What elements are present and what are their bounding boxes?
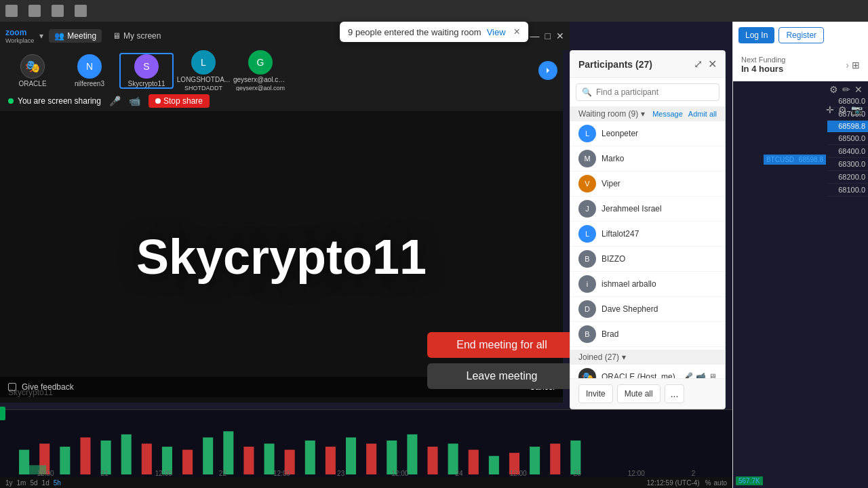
sharing-active-dot	[8, 98, 14, 104]
participant-name: BIZZO	[601, 254, 717, 264]
joined-title: Joined (27) ▾	[578, 352, 626, 362]
participant-search-input[interactable]	[596, 87, 713, 97]
chart-bars	[0, 410, 692, 477]
sharing-bar: You are screen sharing 🎤 📹 Stop share	[0, 91, 563, 111]
skycrypto-name: Skycrypto11	[127, 80, 165, 87]
participant-thumb-geyser[interactable]: G geyserx@aol.com geyserx@aol.com	[233, 50, 288, 92]
x-label: 12:00	[510, 470, 527, 477]
login-button[interactable]: Log In	[738, 27, 774, 43]
screen-share-button[interactable]: 🖥 My screen	[107, 29, 166, 43]
price-level-3: 68500.0	[827, 132, 868, 145]
message-all-button[interactable]: Message	[652, 110, 683, 118]
participants-nav-arrow[interactable]	[538, 61, 557, 80]
mute-all-button[interactable]: Mute all	[617, 384, 660, 403]
system-icon-4	[75, 5, 87, 17]
invite-button[interactable]: Invite	[578, 384, 613, 403]
timeframe-1m[interactable]: 1m	[17, 479, 26, 487]
zoom-logo-text: zoom	[5, 28, 34, 37]
timeframe-buttons: 1y 1m 5d 1d 5h	[5, 479, 61, 487]
leave-meeting-button[interactable]: Leave meeting	[427, 363, 576, 389]
register-button[interactable]: Register	[778, 27, 824, 43]
participant-thumb-skycrypto[interactable]: S Skycrypto11	[119, 53, 174, 89]
x-label: 23	[337, 470, 344, 477]
participant-avatar: J	[578, 200, 596, 218]
mic-button[interactable]: 🎤	[109, 96, 121, 106]
candle-bar	[346, 437, 356, 474]
participant-name: Jerahmeel Israel	[601, 204, 717, 214]
end-meeting-button[interactable]: End meeting for all	[427, 332, 576, 358]
presenter-name: Skycrypto11	[136, 229, 427, 285]
participant-thumb-nilfereen[interactable]: N nilfereen3	[62, 54, 117, 87]
candle-bar	[223, 431, 233, 474]
list-item: D Dave Shepherd	[570, 297, 725, 322]
list-item: L Leonpeter	[570, 121, 725, 146]
timeframe-1y[interactable]: 1y	[5, 479, 13, 487]
longshot-sub: SHOTDADDT	[184, 85, 222, 92]
timeframe-1d[interactable]: 1d	[42, 479, 50, 487]
auth-buttons: Log In Register	[733, 22, 868, 49]
oracle-host-avatar: 🎭	[578, 368, 596, 378]
monitor-icon: 🖥	[709, 372, 717, 378]
chevron-down-icon: ▾	[641, 109, 645, 119]
notification-close-button[interactable]: ×	[514, 26, 520, 38]
chevron-down-icon: ▾	[39, 31, 43, 41]
btc-price: 68598.8	[799, 156, 823, 163]
participant-name: Brad	[601, 329, 717, 339]
settings-icon[interactable]: ⚙	[838, 104, 847, 115]
zoom-logo: zoom Workplace ▾	[5, 28, 43, 44]
list-item: i ishmael arballo	[570, 272, 725, 297]
admit-all-button[interactable]: Admit all	[688, 110, 717, 118]
chart-bottom-bar: 1y 1m 5d 1d 5h 12:12:59 (UTC-4) % auto	[0, 477, 732, 488]
participant-name: ishmael arballo	[601, 279, 717, 289]
close-button[interactable]: ✕	[556, 30, 564, 41]
camera-icon[interactable]: 📷	[851, 104, 863, 115]
participant-thumb-oracle[interactable]: 🎭 ORACLE	[5, 54, 60, 87]
chart-settings-icon[interactable]: ⚙	[829, 84, 838, 95]
crosshair-icon[interactable]: ✛	[826, 104, 834, 115]
timeframe-5h[interactable]: 5h	[54, 479, 61, 487]
chart-x-axis: 12:00 21 12:00 22 12:00 23 12:00 24 12:0…	[0, 470, 732, 477]
chevron-down-icon: ▾	[622, 352, 626, 362]
chart-percent-icon: %	[705, 479, 711, 487]
participant-avatar: D	[578, 300, 596, 318]
chart-edit-icon[interactable]: ✏	[842, 84, 850, 95]
volume-label: 567.7K	[736, 476, 763, 485]
chart-timestamp: 12:12:59 (UTC-4)	[647, 479, 700, 487]
timeframe-5d[interactable]: 5d	[30, 479, 37, 487]
panel-controls: ⤢ ✕	[694, 58, 717, 70]
video-icon: 📹	[696, 372, 706, 378]
chart-close-icon[interactable]: ✕	[854, 84, 863, 95]
participant-name: Leonpeter	[601, 129, 717, 138]
list-item: V Viper	[570, 171, 725, 197]
minimize-button[interactable]: —	[530, 30, 540, 41]
geyser-name: geyserx@aol.com	[233, 76, 288, 83]
trading-chart-widget: ⚙ ✏ ✕ ✛ ⚙ 📷 68800.0 68700.0 68598.8 6850…	[733, 81, 868, 488]
more-options-button[interactable]: ...	[665, 384, 685, 403]
meeting-button[interactable]: 👥 Meeting	[49, 29, 102, 43]
x-label: 24	[455, 470, 462, 477]
participant-thumb-longshot[interactable]: L LONGSHOTDA... SHOTDADDT	[176, 50, 231, 92]
participant-avatar: i	[578, 275, 596, 293]
notification-view-button[interactable]: View	[487, 27, 506, 37]
participant-name: Viper	[601, 179, 717, 188]
participant-icons: 🎤 📹 🖥	[683, 372, 717, 378]
price-level-6: 68200.0	[827, 171, 868, 184]
maximize-button[interactable]: □	[545, 30, 551, 41]
right-arrow-icon	[542, 65, 553, 76]
notification-text: 9 people entered the waiting room	[348, 27, 481, 37]
grid-view-icon[interactable]: ⊞	[852, 60, 860, 70]
participant-search-box[interactable]: 🔍	[576, 83, 719, 101]
feedback-checkbox[interactable]	[8, 383, 16, 391]
panel-expand-button[interactable]: ⤢	[694, 58, 703, 70]
chevron-right-icon[interactable]: ›	[846, 60, 849, 70]
main-chart: 12:00 21 12:00 22 12:00 23 12:00 24 12:0…	[0, 409, 732, 488]
video-button[interactable]: 📹	[129, 96, 140, 106]
joined-section-header: Joined (27) ▾	[570, 350, 725, 365]
meeting-actions: End meeting for all Leave meeting	[427, 332, 576, 389]
waiting-room-actions: Message Admit all	[652, 110, 717, 118]
panel-close-button[interactable]: ✕	[708, 58, 717, 70]
geyser-avatar: G	[248, 50, 273, 75]
x-label: 21	[101, 470, 108, 477]
stop-share-button[interactable]: Stop share	[149, 94, 210, 108]
candle-bar	[203, 437, 213, 474]
